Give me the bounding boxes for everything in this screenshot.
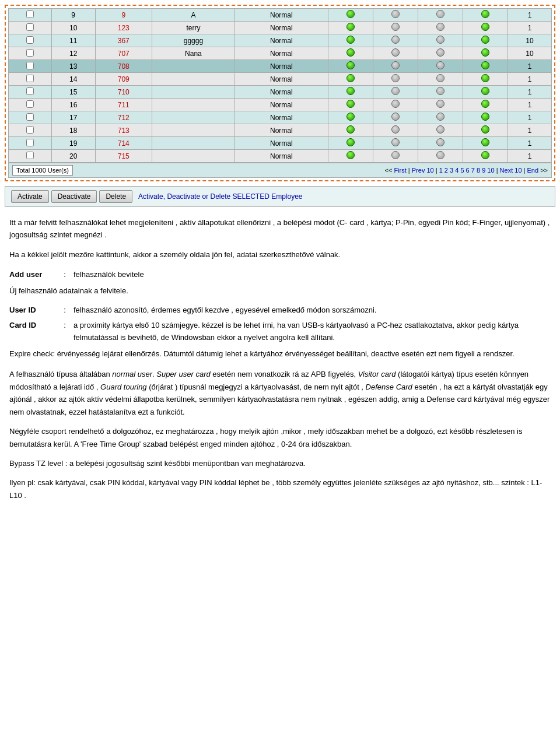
row-checkbox[interactable] [26, 49, 34, 57]
delete-button[interactable]: Delete [99, 190, 132, 203]
row-id-link[interactable]: 714 [118, 139, 130, 148]
pagination-5[interactable]: 5 [460, 167, 464, 174]
row-checkbox-cell[interactable] [9, 34, 52, 47]
grey-status-icon [391, 125, 400, 134]
row-id[interactable]: 708 [95, 60, 152, 73]
userid-colon: : [56, 304, 74, 317]
row-id[interactable]: 713 [95, 124, 152, 137]
row-value: 10 [508, 47, 552, 60]
pagination-first[interactable]: << First [384, 167, 406, 174]
row-id[interactable]: 711 [95, 99, 152, 111]
row-name: A [152, 9, 235, 22]
row-checkbox[interactable] [26, 113, 34, 121]
row-status-3 [418, 124, 463, 137]
row-checkbox-cell[interactable] [9, 73, 52, 86]
pagination-10[interactable]: 10 [487, 167, 494, 174]
green-status-icon [481, 23, 489, 31]
row-id-link[interactable]: 710 [118, 88, 130, 96]
row-id-link[interactable]: 712 [118, 114, 130, 122]
user-type-post2: esetén nem vonatkozik rá az APB figyelés… [211, 370, 358, 378]
pagination-8[interactable]: 8 [477, 167, 480, 174]
row-status-2 [373, 60, 418, 73]
row-id[interactable]: 367 [95, 34, 152, 47]
row-status-4 [463, 60, 508, 73]
row-id-link[interactable]: 367 [118, 37, 130, 45]
row-checkbox-cell[interactable] [9, 22, 52, 34]
pagination-2[interactable]: 2 [444, 167, 448, 174]
row-id[interactable]: 712 [95, 111, 152, 124]
row-value: 1 [508, 137, 552, 150]
row-id[interactable]: 123 [95, 22, 152, 34]
table-row: 11367gggggNormal10 [9, 34, 552, 47]
row-id[interactable]: 707 [95, 47, 152, 60]
row-checkbox[interactable] [26, 126, 34, 134]
row-type: Normal [235, 47, 328, 60]
row-checkbox-cell[interactable] [9, 137, 52, 150]
row-number: 15 [51, 86, 95, 99]
grey-status-icon [436, 113, 444, 121]
row-id[interactable]: 9 [95, 9, 152, 22]
row-status-4 [463, 137, 508, 150]
row-id[interactable]: 709 [95, 73, 152, 86]
row-checkbox-cell[interactable] [9, 86, 52, 99]
row-id[interactable]: 715 [95, 150, 152, 163]
normal-user-label: normal user [112, 370, 152, 378]
cardid-term: Card ID [9, 320, 56, 332]
row-status-3 [418, 34, 463, 47]
pagination-next[interactable]: Next 10 [500, 167, 522, 174]
row-checkbox[interactable] [26, 87, 34, 95]
row-checkbox-cell[interactable] [9, 111, 52, 124]
pagination-1[interactable]: 1 [439, 167, 443, 174]
row-value: 1 [508, 9, 552, 22]
row-checkbox[interactable] [26, 75, 34, 82]
row-id-link[interactable]: 715 [118, 152, 130, 160]
activate-button[interactable]: Activate [11, 190, 49, 203]
pagination[interactable]: << First | Prev 10 | 1 2 3 4 5 6 7 8 9 1… [384, 167, 548, 174]
pagination-3[interactable]: 3 [450, 167, 453, 174]
row-id[interactable]: 714 [95, 137, 152, 150]
table-row: 20715Normal1 [9, 150, 552, 163]
row-number: 9 [51, 9, 95, 22]
row-checkbox[interactable] [26, 139, 34, 146]
row-id-link[interactable]: 123 [118, 24, 130, 32]
row-status-1 [328, 137, 373, 150]
pagination-9[interactable]: 9 [482, 167, 485, 174]
row-checkbox[interactable] [26, 62, 34, 69]
row-checkbox[interactable] [26, 152, 34, 159]
row-id[interactable]: 710 [95, 86, 152, 99]
row-checkbox-cell[interactable] [9, 150, 52, 163]
row-id-link[interactable]: 707 [118, 50, 130, 58]
pagination-4[interactable]: 4 [455, 167, 459, 174]
table-footer: Total 1000 User(s) << First | Prev 10 | … [8, 163, 552, 178]
add-user-desc: felhasználók bevitele [74, 269, 551, 281]
row-id-link[interactable]: 713 [118, 127, 130, 135]
row-id-link[interactable]: 708 [118, 62, 130, 71]
row-checkbox-cell[interactable] [9, 9, 52, 22]
row-value: 1 [508, 60, 552, 73]
row-status-2 [373, 22, 418, 34]
row-checkbox[interactable] [26, 100, 34, 108]
green-status-icon [481, 87, 489, 95]
groups-paragraph: Négyféle csoport rendelhető a dolgozóhoz… [9, 425, 551, 450]
pagination-end[interactable]: End [527, 167, 539, 174]
table-row: 16711Normal1 [9, 99, 552, 111]
userid-row: User ID : felhasználó azonosító, érdemes… [9, 304, 551, 317]
row-id-link[interactable]: 9 [121, 11, 125, 19]
pagination-7[interactable]: 7 [471, 167, 475, 174]
row-id-link[interactable]: 711 [118, 101, 130, 109]
grey-status-icon [436, 125, 444, 134]
pagination-6[interactable]: 6 [466, 167, 470, 174]
row-checkbox[interactable] [26, 23, 34, 31]
row-id-link[interactable]: 709 [118, 75, 130, 83]
row-checkbox[interactable] [26, 36, 34, 44]
row-checkbox-cell[interactable] [9, 47, 52, 60]
row-checkbox-cell[interactable] [9, 124, 52, 137]
row-status-4 [463, 22, 508, 34]
grey-status-icon [391, 23, 400, 31]
row-checkbox-cell[interactable] [9, 99, 52, 111]
row-value: 1 [508, 150, 552, 163]
pagination-prev[interactable]: Prev 10 [412, 167, 434, 174]
deactivate-button[interactable]: Deactivate [51, 190, 97, 203]
row-checkbox[interactable] [26, 10, 34, 18]
row-checkbox-cell[interactable] [9, 60, 52, 73]
